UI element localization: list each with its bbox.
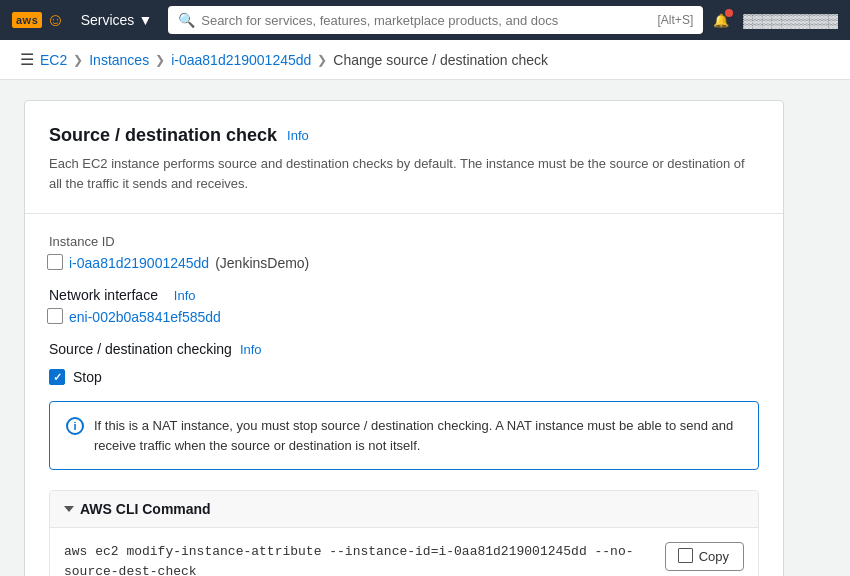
card-title: Source / destination check [49,125,277,146]
instance-id-label: Instance ID [49,234,759,249]
cli-expand-icon [64,506,74,512]
source-dest-row: Source / destination checking Info [49,341,759,357]
card-description: Each EC2 instance performs source and de… [49,154,759,193]
breadcrumb-instances[interactable]: Instances [89,52,149,68]
breadcrumb-sep-3: ❯ [317,53,327,67]
search-icon: 🔍 [178,12,195,28]
cli-command: aws ec2 modify-instance-attribute --inst… [64,542,655,576]
copy-btn-icon [680,550,693,563]
aws-logo-text: aws [12,12,42,28]
instance-id-link[interactable]: i-0aa81d219001245dd [69,255,209,271]
stop-checkbox-row: Stop [49,369,759,385]
sidebar-toggle[interactable]: ☰ [20,50,34,69]
cli-header[interactable]: AWS CLI Command [50,491,758,528]
search-shortcut: [Alt+S] [658,13,694,27]
instance-id-value-row: i-0aa81d219001245dd (JenkinsDemo) [49,255,759,271]
source-dest-label: Source / destination checking [49,341,232,357]
network-info-link[interactable]: Info [174,288,196,303]
network-interface-section: Network interface Info eni-002b0a5841ef5… [49,287,759,325]
eni-copy-icon[interactable] [49,310,63,324]
card: Source / destination check Info Each EC2… [24,100,784,576]
cli-section: AWS CLI Command aws ec2 modify-instance-… [49,490,759,576]
cli-section-title: AWS CLI Command [80,501,211,517]
breadcrumb-sep-2: ❯ [155,53,165,67]
source-dest-info-link[interactable]: Info [240,342,262,357]
eni-link[interactable]: eni-002b0a5841ef585dd [69,309,221,325]
stop-checkbox-label: Stop [73,369,102,385]
network-interface-label: Network interface [49,287,158,303]
nav-right: 🔔 ▓▓▓▓▓▓▓▓▓▓ [713,13,838,28]
breadcrumb: ☰ EC2 ❯ Instances ❯ i-0aa81d219001245dd … [0,40,850,80]
instance-name: (JenkinsDemo) [215,255,309,271]
info-circle-icon: i [66,417,84,435]
services-chevron-icon: ▼ [138,12,152,28]
aws-logo: aws ☺ [12,11,65,29]
card-title-row: Source / destination check Info [49,125,759,146]
aws-smile-icon: ☺ [46,11,64,29]
instance-copy-icon[interactable] [49,256,63,270]
info-box: i If this is a NAT instance, you must st… [49,401,759,470]
breadcrumb-current: Change source / destination check [333,52,548,68]
search-bar[interactable]: 🔍 [Alt+S] [168,6,703,34]
services-label: Services [81,12,135,28]
instance-id-section: Instance ID i-0aa81d219001245dd (Jenkins… [49,234,759,271]
services-button[interactable]: Services ▼ [75,12,159,28]
breadcrumb-instance-id[interactable]: i-0aa81d219001245dd [171,52,311,68]
breadcrumb-sep-1: ❯ [73,53,83,67]
search-input[interactable] [201,13,651,28]
bell-badge [725,9,733,17]
stop-checkbox[interactable] [49,369,65,385]
eni-value-row: eni-002b0a5841ef585dd [49,309,759,325]
copy-button[interactable]: Copy [665,542,744,571]
bell-icon[interactable]: 🔔 [713,13,729,28]
title-info-link[interactable]: Info [287,128,309,143]
info-box-text: If this is a NAT instance, you must stop… [94,416,742,455]
copy-btn-label: Copy [699,549,729,564]
user-name: ▓▓▓▓▓▓▓▓▓▓ [743,13,838,28]
divider-1 [25,213,783,214]
network-interface-label-row: Network interface Info [49,287,759,303]
main-content: Source / destination check Info Each EC2… [0,80,850,576]
cli-body: aws ec2 modify-instance-attribute --inst… [50,528,758,576]
top-nav: aws ☺ Services ▼ 🔍 [Alt+S] 🔔 ▓▓▓▓▓▓▓▓▓▓ [0,0,850,40]
breadcrumb-ec2[interactable]: EC2 [40,52,67,68]
